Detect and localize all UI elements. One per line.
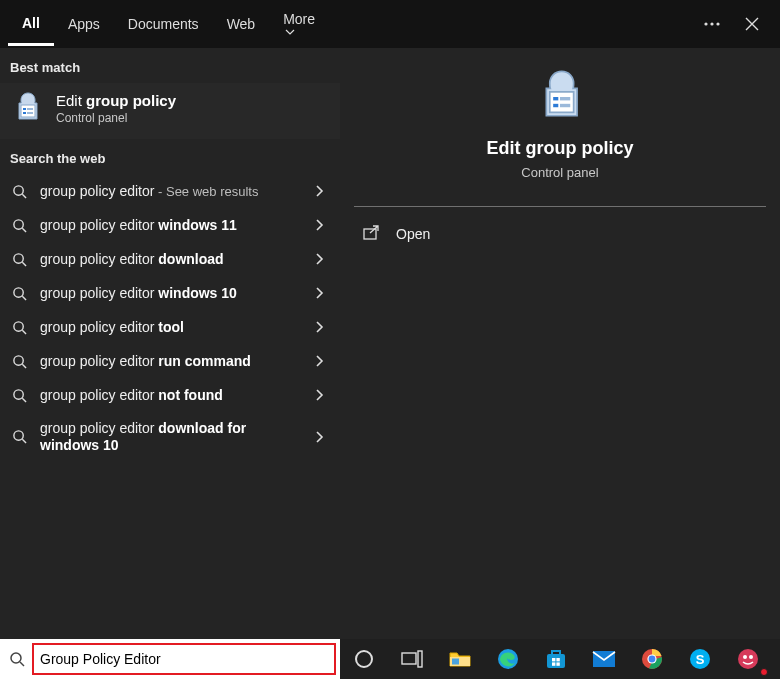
cortana-button[interactable] [340,639,388,679]
details-title: Edit group policy [354,138,766,159]
svg-rect-27 [553,104,558,107]
group-policy-icon [10,91,44,125]
svg-rect-5 [27,108,33,110]
chevron-right-icon [310,253,328,265]
web-result-text: group policy editor download for windows… [40,420,298,454]
search-scope-tabs: All Apps Documents Web More [0,0,780,48]
svg-line-21 [22,398,26,402]
tab-more[interactable]: More [269,0,329,49]
tab-web[interactable]: Web [213,4,270,44]
svg-rect-43 [593,651,615,667]
web-results-list: group policy editor - See web resultsgro… [0,174,340,462]
chevron-down-icon [285,27,295,37]
skype-button[interactable]: S [676,639,724,679]
web-result-text: group policy editor tool [40,319,298,336]
chevron-right-icon [310,185,328,197]
svg-point-46 [649,656,656,663]
svg-rect-24 [550,92,574,112]
open-action[interactable]: Open [354,213,766,255]
tab-documents[interactable]: Documents [114,4,213,44]
svg-rect-26 [560,97,570,100]
svg-line-9 [22,194,26,198]
chevron-right-icon [310,219,328,231]
search-icon [10,386,28,404]
best-match-result[interactable]: Edit group policy Control panel [0,83,340,139]
web-result[interactable]: group policy editor download [0,242,340,276]
svg-point-1 [710,22,713,25]
mail-icon [592,650,616,668]
web-result[interactable]: group policy editor download for windows… [0,412,340,462]
task-view-icon [401,650,423,668]
svg-rect-38 [547,654,565,668]
svg-rect-40 [556,658,559,661]
svg-line-11 [22,228,26,232]
edge-icon [497,648,519,670]
svg-point-0 [704,22,707,25]
chevron-right-icon [310,355,328,367]
file-explorer-button[interactable] [436,639,484,679]
web-result[interactable]: group policy editor not found [0,378,340,412]
best-match-subtitle: Control panel [56,111,176,125]
svg-point-50 [743,655,747,659]
app-button[interactable] [724,639,772,679]
svg-point-22 [13,431,22,440]
search-icon [10,250,28,268]
web-result[interactable]: group policy editor windows 10 [0,276,340,310]
search-icon [10,352,28,370]
search-icon [10,428,28,446]
svg-line-13 [22,262,26,266]
svg-rect-39 [552,658,555,661]
web-result[interactable]: group policy editor run command [0,344,340,378]
web-result-text: group policy editor - See web results [40,183,298,200]
svg-rect-36 [452,659,459,665]
chrome-button[interactable] [628,639,676,679]
web-result[interactable]: group policy editor windows 11 [0,208,340,242]
tab-apps[interactable]: Apps [54,4,114,44]
taskbar-search[interactable] [0,639,340,679]
search-icon [0,651,34,667]
svg-rect-42 [556,662,559,665]
svg-rect-28 [560,104,570,107]
edge-button[interactable] [484,639,532,679]
search-web-heading: Search the web [0,139,340,174]
tab-all[interactable]: All [8,3,54,46]
mail-button[interactable] [580,639,628,679]
separator [354,206,766,207]
search-input[interactable] [34,645,334,673]
svg-point-30 [11,653,21,663]
close-button[interactable] [732,4,772,44]
task-view-button[interactable] [388,639,436,679]
cortana-icon [354,649,374,669]
open-icon [362,225,380,243]
web-result[interactable]: group policy editor tool [0,310,340,344]
svg-point-51 [749,655,753,659]
svg-rect-6 [23,112,26,114]
svg-rect-4 [23,108,26,110]
chevron-right-icon [310,321,328,333]
chevron-right-icon [310,431,328,443]
search-icon [10,216,28,234]
app-icon [737,648,759,670]
svg-rect-3 [21,105,35,117]
svg-line-17 [22,330,26,334]
store-icon [545,648,567,670]
taskbar: S [0,639,780,679]
search-icon [10,318,28,336]
svg-point-14 [13,287,22,296]
chrome-icon [641,648,663,670]
best-match-heading: Best match [0,48,340,83]
svg-text:S: S [696,652,705,667]
svg-point-16 [13,321,22,330]
web-result-text: group policy editor run command [40,353,298,370]
options-button[interactable] [692,4,732,44]
svg-rect-34 [418,651,422,667]
svg-rect-29 [364,229,376,239]
svg-line-19 [22,364,26,368]
results-panel: Best match Edit group policy Control pan… [0,48,340,639]
store-button[interactable] [532,639,580,679]
open-label: Open [396,226,430,242]
web-result[interactable]: group policy editor - See web results [0,174,340,208]
svg-line-31 [20,662,24,666]
details-subtitle: Control panel [354,165,766,180]
svg-point-32 [356,651,372,667]
